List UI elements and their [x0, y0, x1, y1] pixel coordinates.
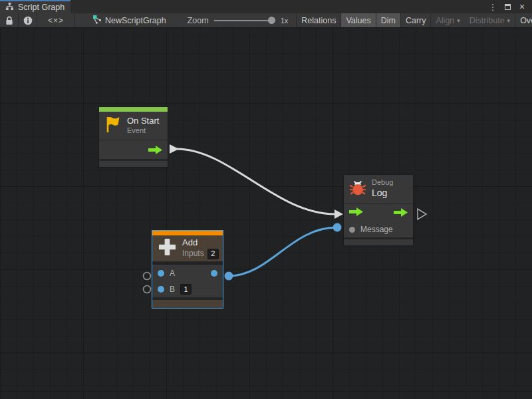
- node-debug-log[interactable]: Debug Log: [343, 174, 414, 246]
- message-port-label: Message: [360, 225, 393, 234]
- edit-code-button[interactable]: <×>: [37, 13, 74, 28]
- info-icon: [23, 16, 33, 25]
- close-button[interactable]: ×: [516, 1, 528, 13]
- script-graph-asset-icon: [92, 15, 102, 26]
- green-arrow-icon: [148, 146, 162, 154]
- trigger-input-port[interactable]: [349, 207, 363, 219]
- zoom-slider-track: [214, 20, 275, 21]
- toolbar-button-distribute[interactable]: Distribute ▾: [465, 13, 515, 28]
- message-input-port[interactable]: [349, 227, 355, 233]
- graph-name-label: NewScriptGraph: [105, 16, 166, 25]
- maximize-icon: [505, 4, 511, 10]
- port-a-row: A: [152, 265, 223, 281]
- on-start-footer: [99, 161, 168, 167]
- value-wire-start-dot: [225, 272, 233, 281]
- plus-icon: [158, 237, 177, 259]
- add-body: A B 1: [152, 265, 223, 297]
- port-a-outer-ring: [144, 273, 151, 280]
- control-flow-wire[interactable]: [177, 149, 335, 214]
- hierarchy-graph-icon: [5, 1, 14, 13]
- wire-end-arrowhead: [334, 209, 343, 219]
- chevron-down-icon: ▾: [457, 17, 460, 24]
- inputs-count-stepper[interactable]: 2: [207, 249, 219, 259]
- chevron-down-icon: ▾: [507, 17, 511, 24]
- trigger-flow-row: [344, 203, 413, 221]
- port-b-input[interactable]: [158, 286, 164, 293]
- node-add[interactable]: Add Inputs 2 A B 1: [152, 230, 223, 309]
- trigger-output-port[interactable]: [148, 146, 162, 154]
- green-arrow-icon: [394, 208, 408, 217]
- graph-breadcrumb[interactable]: NewScriptGraph: [88, 15, 170, 26]
- toolbar-button-align[interactable]: Align ▾: [431, 13, 464, 28]
- node-title: Log: [372, 188, 393, 200]
- on-start-titles: On Start Event: [127, 116, 159, 136]
- toolbar-button-dim[interactable]: Dim: [376, 13, 400, 28]
- maximize-button[interactable]: [501, 1, 513, 13]
- node-on-start[interactable]: On Start Event: [98, 106, 168, 168]
- trigger-output-port[interactable]: [394, 208, 408, 217]
- inputs-label: Inputs: [182, 249, 204, 259]
- add-titles: Add Inputs 2: [182, 237, 219, 259]
- add-header: Add Inputs 2: [152, 235, 223, 262]
- port-a-input[interactable]: [158, 270, 164, 277]
- toolbar-button-values[interactable]: Values: [341, 13, 375, 28]
- toolbar-button-overview[interactable]: Overview: [515, 13, 532, 28]
- lock-button[interactable]: [0, 13, 18, 28]
- node-subtitle: Debug: [372, 178, 393, 188]
- port-b-value-field[interactable]: 1: [180, 284, 192, 295]
- math-color-bar: [152, 231, 223, 235]
- window-controls: ⋮ ×: [487, 0, 532, 13]
- trigger-output-row: [99, 140, 168, 159]
- node-title: On Start: [127, 116, 159, 126]
- message-input-row: Message: [344, 221, 413, 237]
- align-label: Align: [436, 16, 454, 25]
- titlebar: Script Graph ⋮ ×: [0, 0, 532, 13]
- script-graph-window: Script Graph ⋮ × <×>: [0, 0, 532, 399]
- debug-log-body: Message: [344, 203, 413, 237]
- node-title: Add: [182, 237, 219, 248]
- graph-canvas[interactable]: On Start Event: [0, 28, 532, 399]
- toolbar-button-relations[interactable]: Relations: [297, 13, 340, 28]
- on-start-header: On Start Event: [99, 112, 168, 140]
- green-arrow-icon: [349, 207, 363, 216]
- graph-toolbar: <×> NewScriptGraph Zoom 1x Relation: [0, 13, 532, 28]
- add-footer: [152, 300, 223, 308]
- debug-log-header: Debug Log: [344, 175, 413, 203]
- kebab-menu-button[interactable]: ⋮: [487, 1, 499, 13]
- bug-icon: [349, 179, 366, 199]
- flag-icon: [104, 115, 122, 136]
- value-wire-end-dot: [333, 223, 342, 232]
- debug-log-footer: [344, 239, 413, 245]
- distribute-label: Distribute: [469, 16, 505, 25]
- flow-continuation-triangle: [418, 209, 426, 219]
- zoom-control: Zoom 1x: [188, 13, 291, 28]
- toolbar-button-carry[interactable]: Carry: [401, 13, 431, 28]
- port-b-label: B: [170, 285, 175, 294]
- info-button[interactable]: [19, 13, 37, 28]
- zoom-value: 1x: [281, 17, 289, 25]
- code-icon: <×>: [48, 16, 64, 25]
- event-color-bar: [99, 107, 168, 112]
- tab-script-graph[interactable]: Script Graph: [0, 0, 70, 13]
- port-b-row: B 1: [152, 281, 223, 297]
- lock-icon: [5, 16, 13, 25]
- debug-log-titles: Debug Log: [372, 178, 393, 199]
- node-subtitle: Event: [127, 126, 159, 136]
- wire-start-arrowhead: [170, 144, 179, 154]
- zoom-slider[interactable]: [214, 13, 275, 28]
- tab-title: Script Graph: [18, 3, 65, 12]
- port-a-label: A: [170, 269, 175, 278]
- sum-output-port[interactable]: [211, 270, 217, 277]
- port-b-outer-ring: [144, 286, 151, 293]
- on-start-body: [99, 140, 168, 159]
- zoom-label: Zoom: [188, 16, 209, 25]
- wires-layer: [0, 28, 532, 399]
- zoom-slider-handle[interactable]: [268, 17, 275, 24]
- value-wire[interactable]: [229, 227, 336, 276]
